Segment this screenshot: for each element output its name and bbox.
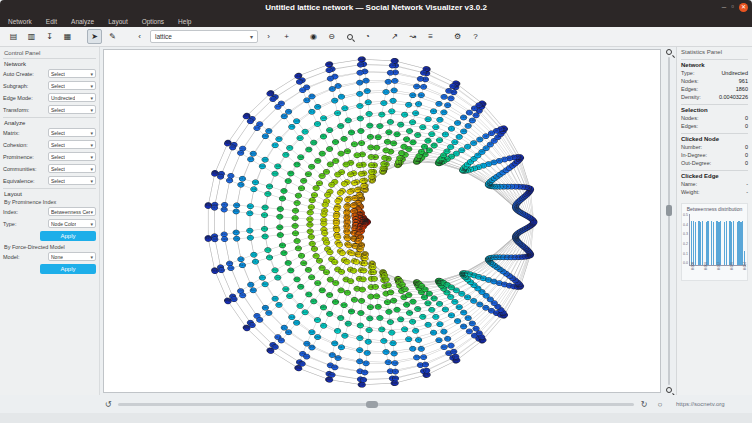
edit-mode-icon[interactable]: ✎ [105, 29, 120, 44]
stat-label: Name: [681, 181, 697, 187]
zoom-in-icon[interactable] [666, 49, 672, 55]
previous-relation-button[interactable]: ‹ [132, 29, 147, 44]
communities-combobox[interactable]: Select▾ [48, 164, 96, 173]
remove-edge-icon[interactable]: ↝ [405, 29, 420, 44]
index-combobox[interactable]: Betweenness Cer▾ [48, 207, 96, 216]
open-network-icon[interactable]: ▥ [24, 29, 39, 44]
model-combobox[interactable]: None▾ [48, 252, 96, 261]
network-section-title: Network [4, 61, 96, 67]
new-network-icon[interactable]: ▤ [6, 29, 21, 44]
chart-bar [720, 221, 721, 265]
stat-value: 0 [745, 115, 748, 121]
chevron-down-icon: ▾ [90, 209, 93, 215]
rotation-slider-handle[interactable] [366, 401, 378, 408]
print-network-icon[interactable]: ▦ [60, 29, 75, 44]
chevron-down-icon: ▾ [250, 33, 253, 40]
pointer-tool-icon[interactable]: ➤ [87, 29, 102, 44]
edge-mode-combobox[interactable]: Undirected▾ [48, 93, 96, 102]
stat-value: - [746, 189, 748, 195]
chevron-down-icon: ▾ [90, 154, 93, 160]
menu-edit[interactable]: Edit [46, 18, 57, 25]
chart-y-axis: 0.50.40.30.20.10.0 [683, 214, 688, 266]
stat-label: Out-Degree: [681, 160, 711, 166]
add-node-icon[interactable]: ◉ [306, 29, 321, 44]
auto-create-row: Auto Create: Select▾ [3, 69, 96, 78]
maximize-button[interactable]: ▫ [731, 2, 734, 12]
layout-section: Layout By Prominence Index Index: Betwee… [3, 188, 96, 274]
minimize-button[interactable]: – [722, 2, 726, 12]
field-label: Transform: [3, 107, 29, 113]
stats-selection-section: Selection Nodes:0 Edges:0 [681, 104, 748, 131]
add-relation-button[interactable]: + [279, 29, 294, 44]
combo-value: Select [51, 142, 65, 148]
filter-edges-icon[interactable]: ≡ [423, 29, 438, 44]
betweenness-distribution-chart[interactable]: Betweenness distribution 0.50.40.30.20.1… [681, 203, 748, 281]
reset-view-icon[interactable]: ○ [654, 400, 666, 409]
stat-value: Undirected [721, 70, 748, 76]
settings-icon[interactable]: ⚙ [450, 29, 465, 44]
stat-row: Density:0.00403226 [681, 94, 748, 100]
prominence-combobox[interactable]: Select▾ [48, 152, 96, 161]
apply-force-button[interactable]: Apply [40, 264, 96, 274]
chart-bar [726, 221, 727, 265]
chart-x-axis: 0.0000.0090.0170.0260.034 [691, 266, 746, 278]
analyze-section: Analyze Matrix: Select▾ Cohesion: Select… [3, 117, 96, 185]
stat-label: Number: [681, 144, 702, 150]
stat-row: Number:0 [681, 144, 748, 150]
close-button[interactable]: ✕ [739, 3, 748, 12]
menu-layout[interactable]: Layout [108, 18, 128, 25]
rotate-left-icon[interactable]: ↺ [102, 400, 114, 409]
type-combobox[interactable]: Node Color▾ [48, 219, 96, 228]
website-link[interactable]: https://socnetv.org [670, 401, 746, 407]
layout-section-title: Layout [4, 191, 96, 197]
stat-value: 0 [745, 152, 748, 158]
prominence-index-subtitle: By Prominence Index [4, 199, 96, 205]
field-label: Communities: [3, 166, 37, 172]
app-window: Untitled lattice network — Social Networ… [0, 0, 752, 423]
transform-combobox[interactable]: Select▾ [48, 105, 96, 114]
menu-network[interactable]: Network [8, 18, 32, 25]
add-edge-icon[interactable]: ↗ [387, 29, 402, 44]
remove-node-icon[interactable]: ⊖ [324, 29, 339, 44]
save-network-icon[interactable]: ↧ [42, 29, 57, 44]
toolbar: ▤ ▥ ↧ ▦ ➤ ✎ ‹ lattice ▾ › + ◉ ⊖ ◔ ↗ ↝ ≡ … [0, 27, 752, 47]
stat-row: Weight:- [681, 189, 748, 195]
find-node-icon[interactable] [342, 29, 357, 44]
field-label: Matrix: [3, 130, 20, 136]
equivalence-combobox[interactable]: Select▾ [48, 176, 96, 185]
node-properties-icon[interactable]: ◔ [360, 29, 375, 44]
equivalence-row: Equivalence: Select▾ [3, 176, 96, 185]
statistics-panel: Statistics Panel Network Type:Undirected… [676, 47, 752, 395]
zoom-out-icon[interactable] [666, 387, 672, 393]
apply-prominence-button[interactable]: Apply [40, 231, 96, 241]
stat-label: Nodes: [681, 115, 698, 121]
cohesion-combobox[interactable]: Select▾ [48, 140, 96, 149]
menu-help[interactable]: Help [178, 18, 191, 25]
stat-label: Density: [681, 94, 701, 100]
stat-value: 0 [745, 160, 748, 166]
field-label: Equivalence: [3, 178, 35, 184]
matrix-combobox[interactable]: Select▾ [48, 128, 96, 137]
network-canvas[interactable] [104, 50, 660, 390]
auto-create-combobox[interactable]: Select▾ [48, 69, 96, 78]
relation-combobox[interactable]: lattice ▾ [150, 30, 258, 43]
footer-strip [0, 413, 752, 423]
subgraph-combobox[interactable]: Select▾ [48, 81, 96, 90]
stat-label: Edges: [681, 123, 698, 129]
combo-value: Node Color [51, 221, 76, 227]
rotation-slider[interactable] [118, 403, 634, 406]
combo-value: Undirected [51, 95, 75, 101]
stats-clicked-edge-title: Clicked Edge [681, 173, 748, 179]
zoom-slider[interactable] [668, 57, 670, 385]
stat-row: Edges:1860 [681, 86, 748, 92]
menu-options[interactable]: Options [142, 18, 164, 25]
next-relation-button[interactable]: › [261, 29, 276, 44]
field-label: Prominence: [3, 154, 34, 160]
rotate-right-icon[interactable]: ↻ [638, 400, 650, 409]
field-label: Cohesion: [3, 142, 28, 148]
chevron-down-icon: ▾ [90, 107, 93, 113]
zoom-slider-handle[interactable] [666, 205, 672, 216]
menu-analyze[interactable]: Analyze [71, 18, 94, 25]
model-row: Model: None▾ [3, 252, 96, 261]
help-icon[interactable]: ? [468, 29, 483, 44]
